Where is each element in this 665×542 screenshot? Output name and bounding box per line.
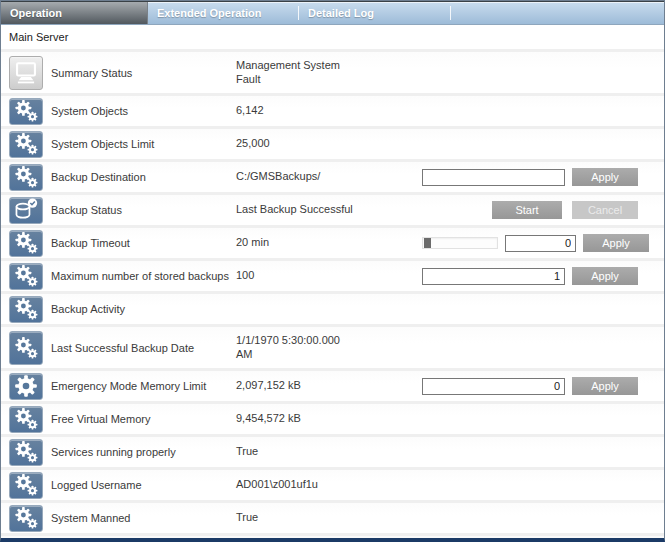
row-label: System Manned bbox=[51, 512, 236, 524]
single-gear-icon[interactable] bbox=[9, 373, 43, 400]
row-value: 1/1/1970 5:30:00.000 AM bbox=[236, 334, 422, 362]
row-value: 20 min bbox=[236, 236, 422, 250]
start-button[interactable]: Start bbox=[492, 201, 562, 219]
row-value: AD001\z001uf1u bbox=[236, 478, 422, 492]
row-label: Backup Status bbox=[51, 204, 236, 216]
row-backup-activity: Backup Activity bbox=[1, 291, 664, 324]
panel-footer bbox=[1, 533, 664, 538]
row-value: True bbox=[236, 511, 422, 525]
gears-icon[interactable] bbox=[9, 263, 43, 290]
database-check-icon[interactable] bbox=[9, 197, 43, 224]
row-label: Backup Activity bbox=[51, 303, 236, 315]
gears-icon[interactable] bbox=[9, 406, 43, 433]
row-summary-status: Summary Status Management System Fault bbox=[1, 49, 664, 93]
row-free-virtual-memory: Free Virtual Memory 9,454,572 kB bbox=[1, 401, 664, 434]
row-value: 25,000 bbox=[236, 137, 422, 151]
gears-icon[interactable] bbox=[9, 439, 43, 466]
row-label: System Objects Limit bbox=[51, 138, 236, 150]
server-name-label: Main Server bbox=[9, 31, 68, 43]
tab-extended-operation[interactable]: Extended Operation bbox=[148, 2, 298, 24]
row-value: 100 bbox=[236, 269, 422, 283]
row-value: 9,454,572 kB bbox=[236, 412, 422, 426]
row-label: Backup Destination bbox=[51, 171, 236, 183]
row-logged-username: Logged Username AD001\z001uf1u bbox=[1, 467, 664, 500]
row-backup-status: Backup Status Last Backup Successful Sta… bbox=[1, 192, 664, 225]
backup-timeout-slider[interactable] bbox=[422, 237, 498, 249]
cancel-button[interactable]: Cancel bbox=[572, 201, 638, 219]
row-value: 6,142 bbox=[236, 104, 422, 118]
row-max-stored-backups: Maximum number of stored backups 100 App… bbox=[1, 258, 664, 291]
row-value: Last Backup Successful bbox=[236, 203, 422, 217]
computer-monitor-icon[interactable] bbox=[9, 56, 43, 90]
row-value: Management System Fault bbox=[236, 59, 422, 87]
row-label: Free Virtual Memory bbox=[51, 413, 236, 425]
gears-icon[interactable] bbox=[9, 98, 43, 125]
main-server-panel: Operation Extended Operation Detailed Lo… bbox=[0, 0, 665, 542]
row-label: Summary Status bbox=[51, 67, 236, 79]
tab-operation-label: Operation bbox=[10, 7, 62, 19]
gears-icon[interactable] bbox=[9, 296, 43, 323]
row-backup-timeout: Backup Timeout 20 min Apply bbox=[1, 225, 664, 258]
server-name-bar: Main Server bbox=[1, 25, 664, 49]
row-label: Backup Timeout bbox=[51, 237, 236, 249]
property-list: Summary Status Management System Fault S… bbox=[1, 49, 664, 538]
apply-button[interactable]: Apply bbox=[572, 168, 638, 186]
row-system-objects: System Objects 6,142 bbox=[1, 93, 664, 126]
slider-handle[interactable] bbox=[424, 238, 431, 248]
apply-button[interactable]: Apply bbox=[572, 377, 638, 395]
gears-icon[interactable] bbox=[9, 164, 43, 191]
gears-icon[interactable] bbox=[9, 131, 43, 158]
tab-operation[interactable]: Operation bbox=[1, 2, 148, 24]
gears-icon[interactable] bbox=[9, 472, 43, 499]
row-services-running-properly: Services running properly True bbox=[1, 434, 664, 467]
row-system-manned: System Manned True bbox=[1, 500, 664, 533]
tab-extended-operation-label: Extended Operation bbox=[157, 7, 262, 19]
tab-detailed-log-label: Detailed Log bbox=[308, 7, 374, 19]
row-last-successful-backup-date: Last Successful Backup Date 1/1/1970 5:3… bbox=[1, 324, 664, 368]
row-backup-destination: Backup Destination C:/GMSBackups/ Apply bbox=[1, 159, 664, 192]
row-label: Maximum number of stored backups bbox=[51, 270, 236, 282]
row-emergency-mode-memory-limit: Emergency Mode Memory Limit 2,097,152 kB… bbox=[1, 368, 664, 401]
tab-detailed-log[interactable]: Detailed Log bbox=[299, 2, 450, 24]
gears-icon[interactable] bbox=[9, 505, 43, 532]
backup-timeout-input[interactable] bbox=[505, 235, 576, 252]
gears-icon[interactable] bbox=[9, 331, 43, 365]
row-label: Logged Username bbox=[51, 479, 236, 491]
row-label: Services running properly bbox=[51, 446, 236, 458]
apply-button[interactable]: Apply bbox=[583, 234, 649, 252]
row-value: True bbox=[236, 445, 422, 459]
gears-icon[interactable] bbox=[9, 230, 43, 257]
apply-button[interactable]: Apply bbox=[572, 267, 638, 285]
row-system-objects-limit: System Objects Limit 25,000 bbox=[1, 126, 664, 159]
row-label: Emergency Mode Memory Limit bbox=[51, 380, 236, 392]
tab-separator bbox=[450, 6, 451, 20]
row-label: System Objects bbox=[51, 105, 236, 117]
tab-bar: Operation Extended Operation Detailed Lo… bbox=[1, 1, 664, 25]
row-label: Last Successful Backup Date bbox=[51, 342, 236, 354]
row-value: C:/GMSBackups/ bbox=[236, 170, 422, 184]
emergency-memory-limit-input[interactable] bbox=[422, 378, 565, 395]
backup-destination-input[interactable] bbox=[422, 169, 565, 186]
max-stored-backups-input[interactable] bbox=[422, 268, 565, 285]
row-value: 2,097,152 kB bbox=[236, 379, 422, 393]
